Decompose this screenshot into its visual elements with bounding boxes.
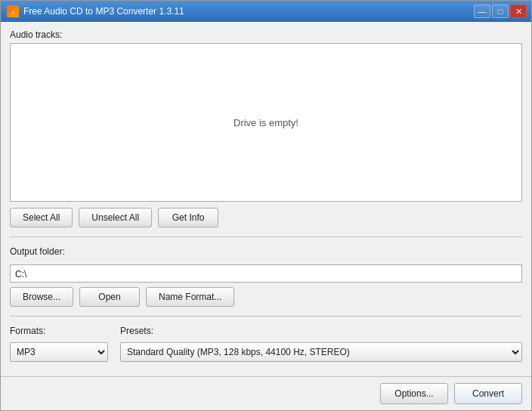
name-format-button[interactable]: Name Format...: [146, 287, 234, 307]
unselect-all-button[interactable]: Unselect All: [79, 208, 152, 227]
minimize-button[interactable]: —: [474, 5, 490, 18]
bottom-bar: Options... Convert: [1, 376, 531, 410]
output-buttons: Browse... Open Name Format...: [10, 287, 522, 307]
maximize-button[interactable]: □: [492, 5, 509, 18]
formats-presets-section: Formats: MP3 WAV OGG FLAC WMA Presets: S…: [10, 326, 522, 362]
main-content: Audio tracks: Drive is empty! Select All…: [1, 22, 531, 376]
tracks-buttons: Select All Unselect All Get Info: [10, 208, 522, 227]
tracks-label: Audio tracks:: [10, 29, 522, 40]
output-path-display: C:\: [10, 264, 522, 283]
tracks-list: Drive is empty!: [10, 43, 522, 202]
window-controls: — □ ✕: [474, 5, 527, 18]
options-button[interactable]: Options...: [380, 383, 448, 404]
divider-1: [10, 236, 522, 237]
divider-2: [10, 316, 522, 317]
formats-group: Formats: MP3 WAV OGG FLAC WMA: [10, 326, 108, 362]
presets-group: Presets: Standard Quality (MP3, 128 kbps…: [120, 326, 522, 362]
get-info-button[interactable]: Get Info: [158, 208, 218, 227]
window-title: Free Audio CD to MP3 Converter 1.3.11: [23, 6, 184, 17]
presets-select[interactable]: Standard Quality (MP3, 128 kbps, 44100 H…: [120, 342, 522, 362]
select-all-button[interactable]: Select All: [10, 208, 73, 227]
title-bar: ♪ Free Audio CD to MP3 Converter 1.3.11 …: [1, 1, 531, 22]
tracks-section: Audio tracks: Drive is empty! Select All…: [10, 29, 522, 227]
main-window: ♪ Free Audio CD to MP3 Converter 1.3.11 …: [0, 0, 532, 411]
browse-button[interactable]: Browse...: [10, 287, 73, 307]
presets-label: Presets:: [120, 326, 522, 336]
close-button[interactable]: ✕: [510, 5, 527, 18]
formats-label: Formats:: [10, 326, 108, 336]
empty-message: Drive is empty!: [234, 117, 298, 128]
formats-select[interactable]: MP3 WAV OGG FLAC WMA: [10, 342, 108, 362]
app-icon: ♪: [7, 5, 19, 17]
title-bar-left: ♪ Free Audio CD to MP3 Converter 1.3.11: [7, 5, 184, 17]
output-section: Output folder: C:\ Browse... Open Name F…: [10, 246, 522, 307]
convert-button[interactable]: Convert: [454, 383, 522, 404]
output-label: Output folder:: [10, 246, 522, 257]
open-button[interactable]: Open: [79, 287, 140, 307]
